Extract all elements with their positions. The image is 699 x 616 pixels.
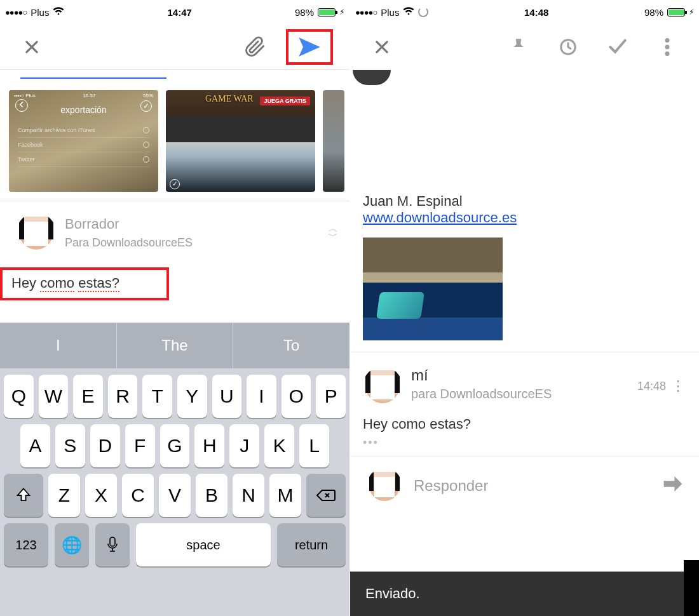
key[interactable]: V xyxy=(159,474,191,517)
key[interactable]: N xyxy=(233,474,264,517)
key[interactable]: Y xyxy=(177,375,207,418)
suggestion[interactable]: To xyxy=(233,323,350,368)
draft-title: Borrador xyxy=(65,216,319,232)
svg-point-4 xyxy=(665,52,669,56)
key[interactable]: A xyxy=(20,424,50,467)
key[interactable]: P xyxy=(316,375,346,418)
wifi-icon xyxy=(53,7,64,17)
key[interactable]: F xyxy=(125,424,155,467)
expand-toggle-icon[interactable]: ︿﹀ xyxy=(328,225,338,239)
attachment-thumb[interactable]: GAME WAR JUEGA GRATIS ✓ xyxy=(166,90,315,192)
thumb-cta-label: JUEGA GRATIS xyxy=(260,97,310,105)
battery-pct: 98% xyxy=(644,7,663,18)
signal-dots: ●●●●○ xyxy=(355,8,377,17)
key[interactable]: C xyxy=(122,474,154,517)
key[interactable]: J xyxy=(229,424,259,467)
return-key[interactable]: return xyxy=(277,523,346,566)
signature-block: Juan M. Espinal www.downloadsource.es xyxy=(363,193,699,226)
battery-icon xyxy=(318,8,336,17)
loading-spinner-icon xyxy=(418,7,428,17)
suggestion-bar: I The To xyxy=(0,323,350,368)
key[interactable]: R xyxy=(108,375,138,418)
draft-recipient: Para DownloadsourceES xyxy=(65,236,319,250)
attachment-strip[interactable]: ••••○ Plus16:3755% exportación Compartir… xyxy=(0,86,350,201)
draft-header[interactable]: Borrador Para DownloadsourceES ︿﹀ xyxy=(0,201,350,260)
key[interactable]: G xyxy=(160,424,190,467)
close-button[interactable] xyxy=(367,32,397,62)
thread-toolbar xyxy=(350,24,699,70)
more-button[interactable] xyxy=(652,32,682,62)
message-word: estas? xyxy=(78,275,119,292)
thumb-selected-icon: ✓ xyxy=(170,179,180,189)
numeric-key[interactable]: 123 xyxy=(4,523,48,566)
avatar xyxy=(17,213,56,252)
key[interactable]: H xyxy=(194,424,224,467)
sender-name: mí xyxy=(411,366,628,384)
message-more-icon[interactable]: ⋮ xyxy=(671,383,685,389)
key[interactable]: M xyxy=(269,474,301,517)
toast-handle xyxy=(684,560,699,616)
reply-row[interactable]: Responder xyxy=(350,456,699,515)
key[interactable]: E xyxy=(73,375,103,418)
compose-toolbar xyxy=(0,24,350,70)
key[interactable]: Z xyxy=(48,474,80,517)
avatar xyxy=(367,468,402,504)
key[interactable]: I xyxy=(247,375,276,418)
ios-keyboard: I The To Q W E R T Y U I O P A S D F xyxy=(0,323,350,616)
status-bar: ●●●●○ Plus 14:47 98% ⚡︎ xyxy=(0,0,350,24)
subject-underline xyxy=(20,77,166,79)
key[interactable]: K xyxy=(264,424,294,467)
clock-label: 14:47 xyxy=(168,7,192,18)
quoted-toggle[interactable]: ••• xyxy=(350,436,699,456)
shift-key[interactable] xyxy=(4,474,43,517)
key[interactable]: D xyxy=(90,424,120,467)
recipient-line: para DownloadsourceES xyxy=(411,387,628,401)
backspace-key[interactable] xyxy=(306,474,346,517)
space-key[interactable]: space xyxy=(136,523,271,566)
battery-pct: 98% xyxy=(295,7,314,18)
toast-text: Enviado. xyxy=(365,586,420,602)
snooze-button[interactable] xyxy=(553,32,583,62)
battery-icon xyxy=(667,8,685,17)
charging-icon: ⚡︎ xyxy=(689,8,694,17)
svg-point-3 xyxy=(665,45,669,49)
attach-button[interactable] xyxy=(240,32,271,62)
key[interactable]: O xyxy=(282,375,311,418)
suggestion[interactable]: The xyxy=(117,323,234,368)
key[interactable]: W xyxy=(39,375,69,418)
inline-image[interactable] xyxy=(363,238,503,340)
reply-arrow-icon[interactable] xyxy=(663,476,682,495)
pin-button[interactable] xyxy=(503,32,534,62)
key[interactable]: L xyxy=(299,424,329,467)
signature-link[interactable]: www.downloadsource.es xyxy=(363,210,517,225)
key[interactable]: T xyxy=(142,375,172,418)
message-header[interactable]: mí para DownloadsourceES 14:48 ⋮ xyxy=(350,352,699,406)
message-body: Hey como estas? xyxy=(350,406,699,436)
key[interactable]: U xyxy=(212,375,242,418)
key[interactable]: Q xyxy=(4,375,34,418)
key[interactable]: X xyxy=(85,474,117,517)
suggestion[interactable]: I xyxy=(0,323,117,368)
signature-name: Juan M. Espinal xyxy=(363,193,699,210)
svg-rect-0 xyxy=(110,537,115,546)
charging-icon: ⚡︎ xyxy=(339,8,344,17)
attachment-thumb[interactable]: ••••○ Plus16:3755% exportación Compartir… xyxy=(9,90,158,192)
send-button[interactable] xyxy=(286,29,333,65)
mic-key[interactable] xyxy=(95,523,130,566)
status-bar: ●●●●○ Plus 14:48 98% ⚡︎ xyxy=(350,0,699,24)
message-body-input[interactable]: Hey como estas? xyxy=(0,267,169,300)
carrier-label: Plus xyxy=(31,7,49,18)
wifi-icon xyxy=(403,7,414,17)
attachment-thumb[interactable] xyxy=(323,90,344,192)
key[interactable]: B xyxy=(196,474,227,517)
globe-key[interactable]: 🌐 xyxy=(55,523,89,566)
key[interactable]: S xyxy=(55,424,85,467)
close-button[interactable] xyxy=(17,32,47,62)
signal-dots: ●●●●○ xyxy=(5,8,27,17)
carrier-label: Plus xyxy=(381,7,399,18)
message-time: 14:48 xyxy=(637,380,666,393)
thumb-game-label: GAME WAR xyxy=(205,94,254,104)
sent-toast: Enviado. xyxy=(350,572,684,616)
done-button[interactable] xyxy=(602,32,633,62)
svg-point-2 xyxy=(665,39,669,43)
